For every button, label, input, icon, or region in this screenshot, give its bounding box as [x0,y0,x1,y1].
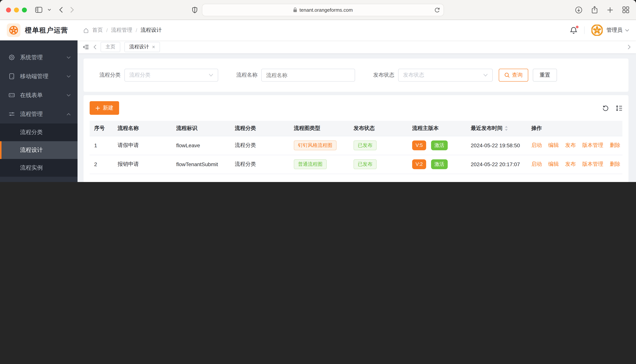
sidebar-item-system[interactable]: 系统管理 [0,48,78,67]
row-height-icon[interactable] [615,105,622,111]
filter-name-label: 流程名称 [230,72,258,78]
version-state-tag: 激活 [431,141,448,150]
sidebar-item-mobile[interactable]: 移动端管理 [0,67,78,86]
version-tag: V:5 [412,140,426,150]
category-select[interactable]: 流程分类 [124,69,218,82]
sidebar-item-label: 移动端管理 [20,73,67,80]
sliders-icon [8,111,15,118]
browser-toolbar: tenant.orangeforms.com [0,0,636,20]
sidebar-chevron-icon[interactable] [48,9,51,11]
sidebar-toggle-icon[interactable] [35,7,42,13]
share-icon[interactable] [591,6,598,14]
sidebar-item-tasks[interactable]: 任务管理 [0,177,78,182]
chevron-up-icon [67,113,71,115]
sidebar-item-process-category[interactable]: 流程分类 [0,124,78,141]
breadcrumb-home[interactable]: 首页 [92,27,103,34]
cell-key: flowTenantSubmit [172,155,230,174]
table-toolbar: 新建 [90,101,622,115]
col-label: 最近发布时间 [471,125,503,131]
close-window-button[interactable] [6,7,11,12]
start-action[interactable]: 启动 [531,161,542,167]
sidebar-item-label: 在线表单 [20,92,67,99]
app-logo [7,24,21,37]
publish-action[interactable]: 发布 [565,142,576,148]
publish-status-tag: 已发布 [354,159,377,169]
diagram-type-tag: 普通流程图 [294,159,327,169]
tab-label: 主页 [105,44,115,50]
url-text: tenant.orangeforms.com [299,7,353,13]
tab-home[interactable]: 主页 [101,42,120,52]
edit-action[interactable]: 编辑 [548,161,559,167]
new-tab-icon[interactable] [607,6,613,13]
chevron-down-icon [483,74,488,77]
version-state-tag: 激活 [431,160,448,169]
tabs-scroll-left-icon[interactable] [93,44,96,49]
process-table-panel: 新建 [84,95,628,182]
sidebar-item-process-instance[interactable]: 流程实例 [0,159,78,177]
publish-status-select[interactable]: 发布状态 [398,69,493,82]
publish-status-tag: 已发布 [354,140,377,150]
version-manage-action[interactable]: 版本管理 [582,142,603,148]
zoom-window-button[interactable] [22,7,27,12]
filter-panel: 流程分类 流程分类 流程名称 发布状态 发布状态 [84,58,628,92]
col-publish-time: 最近发布时间 [466,121,527,136]
breadcrumb-section[interactable]: 流程管理 [111,27,132,34]
version-manage-action[interactable]: 版本管理 [582,161,603,167]
reset-button-label: 重置 [540,72,550,78]
notifications-button[interactable] [570,26,577,34]
edit-action[interactable]: 编辑 [548,142,559,148]
chevron-down-icon[interactable] [625,29,629,32]
plus-icon [95,106,100,110]
downloads-icon[interactable] [575,6,582,14]
process-name-input[interactable] [261,69,355,82]
table-row: 1 请假申请 flowLeave 流程分类 钉钉风格流程图 已发布 V:5 激活 [90,136,622,155]
select-placeholder: 发布状态 [403,72,424,78]
breadcrumb-separator: / [106,27,108,33]
tab-label: 流程设计 [129,44,149,50]
delete-action[interactable]: 删除 [610,142,620,148]
sidebar-item-label: 系统管理 [20,54,67,61]
publish-action[interactable]: 发布 [565,161,576,167]
search-icon [504,72,510,78]
delete-action[interactable]: 删除 [610,161,620,167]
sidebar: 系统管理 移动端管理 在线表单 流程管理 [0,40,78,182]
forward-button[interactable] [70,7,74,13]
lock-icon [293,7,297,12]
col-name: 流程名称 [113,121,172,136]
collapse-menu-icon[interactable] [83,44,89,50]
refresh-icon[interactable] [602,105,609,111]
diagram-type-tag: 钉钉风格流程图 [294,140,337,150]
chevron-down-icon [67,94,71,96]
sidebar-item-label: 流程实例 [20,164,43,172]
search-button[interactable]: 查询 [499,69,528,82]
sidebar-item-online-form[interactable]: 在线表单 [0,86,78,104]
avatar[interactable] [591,24,603,36]
close-tab-icon[interactable]: × [152,44,155,50]
search-button-label: 查询 [512,72,523,78]
address-bar[interactable]: tenant.orangeforms.com [202,4,444,16]
new-button[interactable]: 新建 [90,101,119,115]
col-version: 流程主版本 [408,121,466,136]
breadcrumb-separator: / [136,27,137,33]
tab-overview-icon[interactable] [622,6,629,13]
minimize-window-button[interactable] [14,7,19,12]
user-menu[interactable]: 管理员 [606,27,622,34]
cell-index: 2 [90,155,113,174]
back-button[interactable] [59,7,63,13]
tab-strip: 主页 流程设计 × [78,40,636,53]
sidebar-item-process-design[interactable]: 流程设计 [0,141,78,159]
reload-icon[interactable] [435,7,440,13]
start-action[interactable]: 启动 [531,142,542,148]
orange-slice-icon [9,25,19,35]
privacy-shield-icon[interactable] [192,6,197,13]
table-header-row: 序号 流程名称 流程标识 流程分类 流程图类型 发布状态 流程主版本 最近发布时… [90,121,622,136]
header-divider [584,26,585,34]
process-submenu: 流程分类 流程设计 流程实例 [0,124,78,177]
sort-icon[interactable] [504,125,508,132]
reset-button[interactable]: 重置 [533,69,557,82]
col-index: 序号 [90,121,113,136]
sidebar-item-process[interactable]: 流程管理 [0,104,78,124]
tabs-scroll-right-icon[interactable] [628,44,631,49]
tab-process-design[interactable]: 流程设计 × [124,42,160,52]
sidebar-item-label: 流程设计 [20,146,43,154]
